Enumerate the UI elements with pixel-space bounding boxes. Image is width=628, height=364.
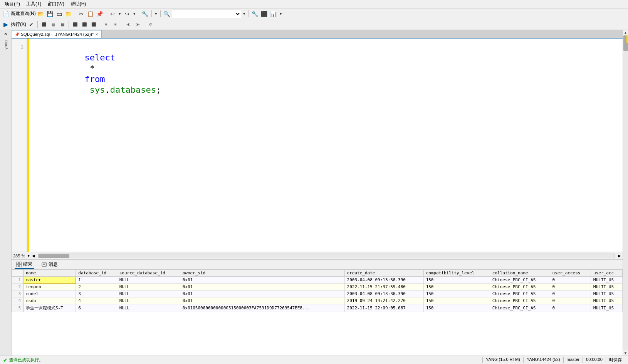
save-button[interactable]: 💾: [46, 10, 54, 18]
t11-button[interactable]: ↺: [146, 20, 154, 29]
menu-item-project[interactable]: 项目(P): [2, 0, 23, 8]
th-create_date: create_date: [344, 270, 423, 277]
h-thumb: [39, 254, 69, 258]
cell-name: 学生一课程模式S-T: [24, 304, 76, 312]
t7-button[interactable]: ≡: [102, 20, 111, 29]
zoom-dropdown[interactable]: ▼: [27, 254, 30, 258]
tab-bar: 📌 SQLQuery2.sql -...(YANG\14424 (52))* ✕: [12, 30, 623, 38]
code-area[interactable]: select * from sys.databases;: [29, 38, 623, 252]
scroll-down-arrow[interactable]: ▼: [623, 350, 628, 356]
tab-sqlquery2[interactable]: 📌 SQLQuery2.sql -...(YANG\14424 (52))* ✕: [12, 30, 102, 38]
svg-rect-3: [19, 265, 22, 267]
tool3[interactable]: 📊: [269, 10, 278, 18]
cell-collation_name: Chinese_PRC_CI_AS: [490, 277, 550, 284]
sep8: [69, 21, 69, 28]
close-icon[interactable]: ✕: [4, 32, 7, 37]
table-row[interactable]: 4msdb4NULL0x012019-09-24 14:21:42.270150…: [12, 297, 623, 304]
t10-button[interactable]: ≫: [133, 20, 142, 29]
cell-create_date: 2003-04-08 09:13:36.390: [344, 277, 423, 284]
sep9: [100, 21, 100, 28]
editor-wrapper: 📌 SQLQuery2.sql -...(YANG\14424 (52))* ✕…: [12, 30, 623, 356]
open-button[interactable]: 📂: [37, 10, 45, 18]
execute-button[interactable]: ▶: [2, 20, 10, 29]
tool3b[interactable]: ▼: [279, 10, 283, 18]
table-row[interactable]: 5学生一课程模式S-T6NULL0x0105000000000000515000…: [12, 304, 623, 312]
cell-compatibility_level: 150: [423, 277, 490, 284]
table-row[interactable]: 2tempdb2NULL0x012022-11-15 21:37:59.4801…: [12, 284, 623, 291]
cell-source_database_id: NULL: [117, 297, 180, 304]
sep11: [144, 21, 144, 28]
drop2[interactable]: ▼: [242, 10, 247, 18]
scroll-up-arrow[interactable]: ▲: [623, 30, 628, 35]
cell-owner_sid: 0x01: [180, 284, 344, 291]
menu-item-help[interactable]: 帮助(H): [67, 0, 89, 8]
h-scrollbar[interactable]: [38, 254, 615, 258]
th-source_database_id: source_database_id: [117, 270, 180, 277]
table-row[interactable]: 3model3NULL0x012003-04-08 09:13:36.39015…: [12, 291, 623, 297]
op-star: *: [84, 63, 100, 73]
database-dropdown[interactable]: [172, 10, 241, 18]
paste-button[interactable]: 📌: [96, 10, 104, 18]
t2-button[interactable]: ▤: [49, 20, 57, 29]
redo-drop[interactable]: ▼: [132, 10, 137, 18]
undo-button[interactable]: ↩: [108, 10, 117, 18]
sep5: [160, 10, 161, 17]
cell-user_acc: MULTI_US: [591, 277, 623, 284]
cell-name: tempdb: [24, 284, 76, 291]
cell-name: master: [24, 277, 76, 284]
tool1[interactable]: 🔧: [251, 10, 259, 18]
tab-messages[interactable]: 消息: [40, 260, 59, 269]
cell-user_access: 0: [550, 291, 591, 297]
cut-button[interactable]: ✂: [77, 10, 86, 18]
undo-drop[interactable]: ▼: [118, 10, 122, 18]
th-collation_name: collation_name: [490, 270, 550, 277]
cell-user_acc: MULTI_US: [591, 291, 623, 297]
cell-compatibility_level: 150: [423, 291, 490, 297]
dropdown-btn[interactable]: ▼: [154, 10, 158, 18]
cell-create_date: 2019-09-24 14:21:42.270: [344, 297, 423, 304]
menu-item-window[interactable]: 窗口(W): [44, 0, 67, 8]
t3-button[interactable]: ▦: [58, 20, 67, 29]
cell-database_id: 4: [76, 297, 117, 304]
t8-button[interactable]: ≡: [111, 20, 120, 29]
cell-name: msdb: [24, 297, 76, 304]
t6-button[interactable]: ⬛: [89, 20, 98, 29]
cell-user_acc: MULTI_US: [591, 284, 623, 291]
sep3: [139, 10, 139, 17]
t1-button[interactable]: ⬛: [40, 20, 48, 29]
scroll-track[interactable]: [623, 35, 628, 350]
execute-label[interactable]: 执行(X): [11, 21, 26, 28]
results-table-wrap[interactable]: name database_id source_database_id owne…: [12, 269, 623, 356]
message-icon: [42, 262, 47, 267]
cell-user_access: 0: [550, 304, 591, 312]
scroll-left-btn[interactable]: ◀: [32, 254, 35, 258]
save3-button[interactable]: 📁: [64, 10, 73, 18]
tab-results[interactable]: 结果: [15, 260, 34, 269]
editor-bottom-bar: 285 % ▼ ◀ ▶: [12, 252, 623, 259]
new-query-button[interactable]: 📄: [2, 10, 10, 18]
cell-owner_sid: 0x0105000000000000515000003FA7591D9D7726…: [180, 304, 344, 312]
tool2[interactable]: ⬛: [260, 10, 269, 18]
t9-button[interactable]: ≪: [124, 20, 133, 29]
t4-button[interactable]: ⬛: [71, 20, 79, 29]
find-button[interactable]: 🔍: [163, 10, 171, 18]
copy-button[interactable]: 📋: [86, 10, 95, 18]
menu-item-tools[interactable]: 工具(T): [23, 0, 44, 8]
cell-user_acc: MULTI_US: [591, 304, 623, 312]
t5-button[interactable]: ⬛: [80, 20, 89, 29]
results-tab-label: 结果: [23, 261, 32, 267]
redo-button[interactable]: ↪: [123, 10, 131, 18]
debug-button[interactable]: 🔧: [141, 10, 149, 18]
editor-area[interactable]: 1 select * from sys.databases;: [12, 38, 623, 252]
editor-content: 1 select * from sys.databases;: [12, 38, 623, 252]
table-row[interactable]: 1master1NULL0x012003-04-08 09:13:36.3901…: [12, 277, 623, 284]
yellow-scroll-indicator: [626, 35, 628, 43]
cell-user_acc: MULTI_US: [591, 297, 623, 304]
right-scrollbar: ▲ ▼: [623, 30, 628, 356]
scroll-right-btn[interactable]: ▶: [618, 254, 621, 258]
tab-pin-icon: 📌: [15, 32, 19, 37]
sep4: [151, 10, 152, 17]
success-icon: ✔: [3, 357, 8, 363]
save2-button[interactable]: 🗃: [55, 10, 64, 18]
check-button[interactable]: ✔: [27, 20, 35, 29]
